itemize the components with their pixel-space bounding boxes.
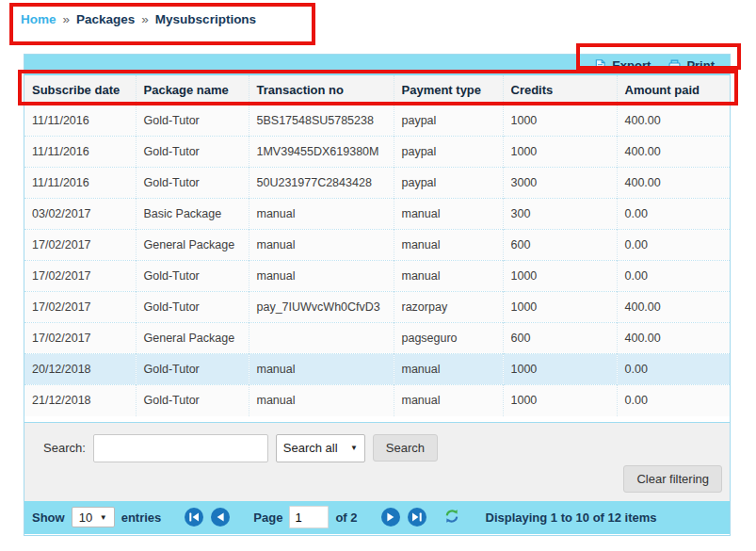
table-row[interactable]: 11/11/2016Gold-Tutor50U231977C2843428pay… (24, 168, 730, 199)
table-cell: 17/02/2017 (24, 323, 136, 354)
table-row[interactable]: 17/02/2017General Packagemanualmanual600… (24, 230, 730, 261)
pagination-bar: Show 10 ▼ entries Page of 2 (24, 501, 730, 534)
of-total-pages-label: of 2 (335, 510, 357, 525)
table-cell: 1000 (503, 292, 617, 323)
my-subscriptions-page: Home»Packages»Mysubscriptions Export Pri… (0, 0, 756, 551)
table-cell: 1000 (503, 385, 617, 416)
table-cell: pay_7IUWvcWh0CfvD3 (249, 292, 394, 323)
page-number-input[interactable] (289, 506, 329, 528)
table-cell: manual (249, 261, 394, 292)
col-amount-paid[interactable]: Amount paid (617, 75, 730, 105)
col-subscribe-date[interactable]: Subscribe date (24, 75, 136, 105)
pagination-status: Displaying 1 to 10 of 12 items (486, 510, 657, 525)
col-transaction-no[interactable]: Transaction no (249, 75, 394, 105)
breadcrumb-packages-link[interactable]: Packages (76, 12, 135, 26)
table-cell: Gold-Tutor (136, 137, 249, 168)
table-cell: 0.00 (617, 199, 730, 230)
table-toolbar: Export Print (24, 55, 730, 75)
table-cell: Gold-Tutor (136, 168, 249, 199)
first-page-button[interactable] (184, 507, 204, 527)
table-cell: Gold-Tutor (136, 261, 249, 292)
subscriptions-table: Subscribe date Package name Transaction … (24, 75, 730, 416)
next-page-button[interactable] (380, 507, 401, 527)
table-cell: General Package (136, 230, 249, 261)
breadcrumb-separator: » (141, 12, 149, 26)
table-cell: manual (394, 199, 503, 230)
table-cell: 400.00 (617, 105, 730, 137)
last-page-button[interactable] (407, 507, 427, 527)
table-cell: manual (249, 385, 394, 416)
table-cell: 11/11/2016 (24, 137, 136, 168)
table-cell: 17/02/2017 (24, 292, 136, 323)
table-row[interactable]: 03/02/2017Basic Packagemanualmanual3000.… (24, 199, 730, 230)
table-cell: 1000 (503, 354, 617, 385)
table-cell: razorpay (394, 292, 503, 323)
table-row[interactable]: 17/02/2017General Packagepagseguro600400… (24, 323, 730, 354)
table-cell: General Package (136, 323, 249, 354)
table-cell: manual (394, 354, 503, 385)
table-cell: Gold-Tutor (136, 292, 249, 323)
table-cell: manual (249, 354, 394, 385)
table-cell: 0.00 (617, 354, 730, 385)
table-cell: 0.00 (617, 230, 730, 261)
table-cell: manual (249, 199, 394, 230)
page-label: Page (253, 510, 282, 525)
table-row[interactable]: 17/02/2017Gold-Tutorpay_7IUWvcWh0CfvD3ra… (24, 292, 730, 323)
search-button[interactable]: Search (373, 434, 438, 462)
export-button[interactable]: Export (593, 58, 651, 73)
breadcrumb-home-link[interactable]: Home (21, 12, 56, 26)
clear-filtering-button[interactable]: Clear filtering (623, 465, 722, 493)
table-cell: 3000 (503, 168, 617, 199)
breadcrumb-mysubscriptions: Mysubscriptions (155, 12, 256, 26)
print-label: Print (686, 58, 715, 73)
table-cell: 21/12/2018 (24, 385, 136, 416)
table-cell: 11/11/2016 (24, 105, 136, 137)
col-payment-type[interactable]: Payment type (394, 75, 503, 105)
table-cell: 17/02/2017 (24, 261, 136, 292)
table-body: 11/11/2016Gold-Tutor5BS17548SU5785238pay… (24, 105, 730, 416)
table-cell: paypal (394, 105, 503, 137)
table-cell: 17/02/2017 (24, 230, 136, 261)
table-cell: 400.00 (617, 137, 730, 168)
table-cell: 600 (503, 323, 617, 354)
search-filter-value: Search all (283, 441, 338, 455)
table-cell: manual (394, 385, 503, 416)
entries-per-page-select[interactable]: 10 ▼ (72, 507, 115, 527)
table-cell: 50U231977C2843428 (249, 168, 394, 199)
breadcrumb-separator: » (63, 12, 71, 26)
table-cell: 400.00 (617, 292, 730, 323)
table-cell: 03/02/2017 (24, 199, 136, 230)
previous-page-button[interactable] (210, 507, 231, 527)
export-document-icon (593, 58, 607, 73)
table-cell: paypal (394, 137, 503, 168)
table-row[interactable]: 11/11/2016Gold-Tutor5BS17548SU5785238pay… (24, 105, 730, 137)
table-header: Subscribe date Package name Transaction … (24, 75, 730, 105)
table-cell: 400.00 (617, 168, 730, 199)
table-cell: manual (249, 230, 394, 261)
table-row[interactable]: 20/12/2018Gold-Tutormanualmanual10000.00 (24, 354, 730, 385)
table-cell: 0.00 (617, 385, 730, 416)
entries-label: entries (121, 510, 162, 525)
col-credits[interactable]: Credits (503, 75, 617, 105)
subscriptions-panel: Export Print Subscribe date Package name… (24, 54, 731, 536)
search-input[interactable] (93, 434, 268, 462)
table-cell: 20/12/2018 (24, 354, 136, 385)
breadcrumb: Home»Packages»Mysubscriptions (21, 12, 256, 26)
search-section: Search: Search all ▼ Search Clear filter… (24, 422, 730, 501)
caret-down-icon: ▼ (100, 513, 107, 522)
table-row[interactable]: 17/02/2017Gold-Tutormanualmanual10000.00 (24, 261, 730, 292)
print-button[interactable]: Print (668, 58, 715, 73)
table-cell: manual (394, 230, 503, 261)
export-label: Export (612, 58, 651, 73)
search-filter-select[interactable]: Search all ▼ (276, 434, 365, 462)
show-label: Show (32, 510, 65, 525)
col-package-name[interactable]: Package name (136, 75, 249, 105)
table-cell: 1000 (503, 261, 617, 292)
refresh-button[interactable] (442, 507, 463, 527)
table-cell: 1000 (503, 137, 617, 168)
table-cell: 0.00 (617, 261, 730, 292)
search-label: Search: (43, 441, 86, 455)
table-row[interactable]: 21/12/2018Gold-Tutormanualmanual10000.00 (24, 385, 730, 416)
table-row[interactable]: 11/11/2016Gold-Tutor1MV39455DX619380Mpay… (24, 137, 730, 168)
table-cell: manual (394, 261, 503, 292)
